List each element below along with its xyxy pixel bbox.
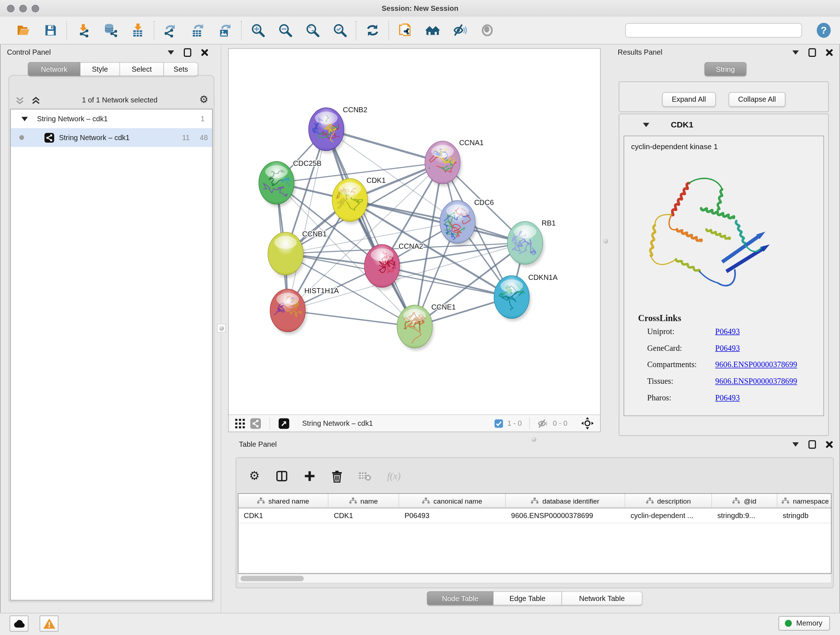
table-cell[interactable]: stringdb: [777, 508, 832, 523]
warning-button[interactable]: [40, 616, 58, 631]
right-splitter-handle[interactable]: [603, 239, 608, 243]
network-node[interactable]: HIST1H1A: [270, 286, 339, 334]
network-node[interactable]: CDKN1A: [494, 273, 558, 321]
search-input[interactable]: [625, 23, 802, 38]
horizontal-scrollbar[interactable]: [238, 574, 832, 584]
entry-expander-icon[interactable]: [643, 123, 649, 127]
tab-node-table[interactable]: Node Table: [427, 592, 493, 606]
tab-sets[interactable]: Sets: [164, 62, 198, 76]
network-node[interactable]: CCNB2: [306, 106, 368, 154]
export-image-icon[interactable]: [218, 23, 233, 38]
collapse-all-icon[interactable]: [16, 97, 24, 105]
import-network-file-icon[interactable]: [76, 23, 90, 38]
fit-selected-crosshair-icon[interactable]: [581, 417, 594, 429]
expand-all-button[interactable]: Expand All: [662, 92, 715, 107]
crosslink-value[interactable]: 9606.ENSP00000378699: [715, 360, 797, 369]
network-row[interactable]: String Network – cdk1 11 48: [11, 128, 212, 147]
table-cell[interactable]: cyclin-dependent ...: [625, 508, 712, 523]
view-grid-icon[interactable]: [235, 418, 245, 428]
hidden-eye-icon[interactable]: [537, 418, 548, 428]
tab-network-table[interactable]: Network Table: [562, 592, 643, 606]
delete-icon[interactable]: [332, 470, 342, 482]
column-header[interactable]: @id: [712, 494, 777, 508]
delete-table-icon[interactable]: [358, 470, 371, 481]
column-header[interactable]: shared name: [238, 494, 328, 508]
panel-menu-icon[interactable]: [792, 50, 799, 54]
network-node[interactable]: CDC25B: [259, 159, 322, 211]
column-header[interactable]: name: [328, 494, 399, 508]
column-header[interactable]: namespace: [777, 494, 832, 508]
refresh-layout-icon[interactable]: [365, 23, 380, 38]
collection-expander-icon[interactable]: [21, 117, 28, 121]
network-canvas[interactable]: CCNB2CCNA1CDC25BCDK1CDC6RB1CCNB1CCNA2CDK…: [229, 49, 600, 415]
table-cell[interactable]: 9606.ENSP00000378699: [506, 508, 625, 523]
toolbar-separator: [154, 21, 155, 40]
function-builder-icon[interactable]: f(x): [387, 470, 401, 482]
tab-edge-table[interactable]: Edge Table: [493, 592, 562, 606]
tab-string[interactable]: String: [704, 62, 746, 76]
network-edge[interactable]: [326, 129, 415, 326]
column-header[interactable]: canonical name: [399, 494, 506, 508]
scrollbar-thumb[interactable]: [240, 576, 304, 581]
network-node[interactable]: CDK1: [330, 165, 386, 224]
column-header[interactable]: database identifier: [506, 494, 625, 508]
memory-button[interactable]: Memory: [778, 616, 830, 631]
selected-checkbox-icon[interactable]: [494, 419, 503, 428]
expand-all-icon[interactable]: [32, 97, 40, 105]
panel-float-icon[interactable]: [184, 48, 191, 57]
network-node[interactable]: CDC6: [440, 198, 494, 246]
help-icon[interactable]: ?: [816, 22, 832, 38]
crosslink-row: Tissues:9606.ENSP00000378699: [647, 377, 819, 386]
show-all-eye-icon[interactable]: [480, 23, 494, 38]
crosslink-value[interactable]: P06493: [715, 327, 740, 336]
table-row[interactable]: CDK1 CDK1 P06493 9606.ENSP00000378699 cy…: [238, 508, 831, 523]
table-cell[interactable]: stringdb:9...: [712, 508, 777, 523]
import-table-icon[interactable]: [131, 23, 145, 38]
zoom-selected-icon[interactable]: [333, 23, 347, 38]
tab-style[interactable]: Style: [80, 62, 120, 76]
panel-float-icon[interactable]: [808, 48, 816, 57]
gene-entry-header[interactable]: CDK1: [619, 114, 829, 135]
network-edge[interactable]: [350, 200, 525, 242]
export-table-icon[interactable]: [191, 23, 205, 38]
collapse-all-button[interactable]: Collapse All: [729, 92, 786, 107]
detach-view-icon[interactable]: [279, 418, 289, 429]
panel-close-icon[interactable]: [201, 49, 208, 56]
columns-icon[interactable]: [276, 470, 287, 482]
table-cell[interactable]: CDK1: [238, 508, 328, 523]
cloud-button[interactable]: [10, 616, 28, 631]
table-cell[interactable]: CDK1: [328, 508, 399, 523]
network-node[interactable]: CCNB1: [268, 230, 327, 278]
zoom-out-icon[interactable]: [278, 23, 293, 38]
add-column-icon[interactable]: [303, 470, 316, 482]
hide-selected-eye-icon[interactable]: [453, 23, 467, 38]
export-network-icon[interactable]: [164, 23, 178, 38]
panel-close-icon[interactable]: [826, 49, 833, 56]
clone-network-icon[interactable]: [398, 23, 412, 38]
save-session-icon[interactable]: [43, 23, 58, 38]
gear-icon[interactable]: ⚙: [199, 95, 208, 105]
view-network-icon[interactable]: [250, 418, 261, 429]
houses-icon[interactable]: [425, 23, 440, 38]
zoom-in-icon[interactable]: [251, 23, 265, 38]
crosslink-value[interactable]: P06493: [715, 394, 740, 402]
open-file-icon[interactable]: [16, 23, 30, 38]
import-network-database-icon[interactable]: [103, 23, 118, 38]
panel-float-icon[interactable]: [808, 440, 816, 448]
left-splitter-handle[interactable]: [217, 324, 226, 333]
network-node[interactable]: CCNA1: [421, 139, 484, 187]
table-settings-gear-icon[interactable]: ⚙: [249, 471, 260, 481]
network-edge[interactable]: [287, 129, 326, 310]
column-header[interactable]: description: [625, 494, 712, 508]
crosslink-value[interactable]: P06493: [715, 344, 740, 353]
zoom-fit-icon[interactable]: [305, 23, 320, 38]
table-cell[interactable]: P06493: [399, 508, 506, 523]
panel-close-icon[interactable]: [826, 440, 833, 448]
crosslink-value[interactable]: 9606.ENSP00000378699: [715, 377, 797, 386]
panel-menu-icon[interactable]: [792, 442, 799, 447]
tab-select[interactable]: Select: [120, 62, 164, 76]
panel-menu-icon[interactable]: [168, 50, 174, 54]
tab-network[interactable]: Network: [28, 62, 80, 76]
status-bar: Memory: [0, 613, 840, 635]
network-collection-row[interactable]: String Network – cdk1 1: [11, 109, 212, 128]
